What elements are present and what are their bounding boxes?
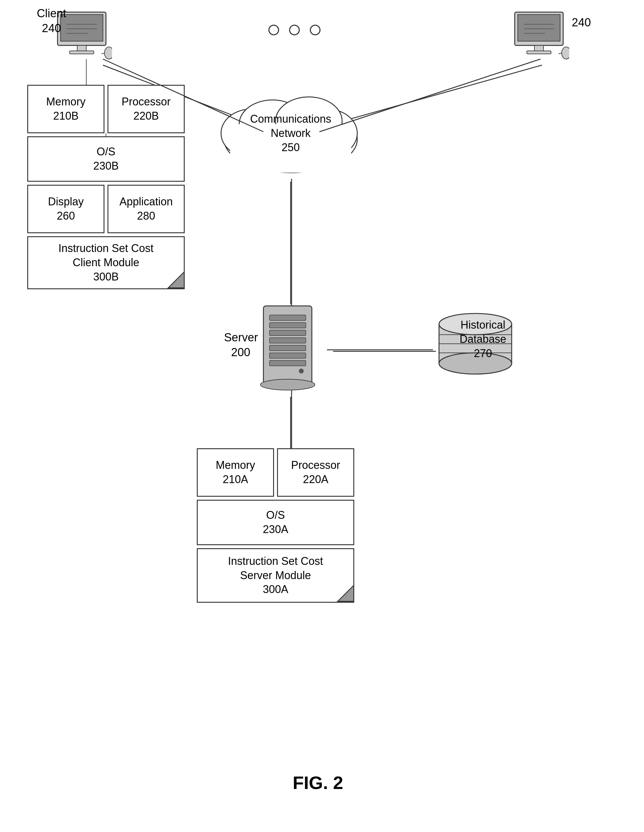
comms-network-label: CommunicationsNetwork250 (230, 112, 351, 154)
historical-db-label: Historical Database270 (436, 318, 530, 360)
svg-point-37 (260, 379, 315, 390)
application-box: Application280 (107, 185, 185, 233)
processor-b-box: Processor220B (107, 85, 185, 133)
svg-rect-35 (270, 353, 306, 358)
client-left-label: Client240 (27, 6, 76, 36)
svg-rect-32 (270, 330, 306, 336)
svg-rect-33 (270, 338, 306, 343)
svg-rect-17 (527, 51, 551, 54)
memory-b-box: Memory210B (27, 85, 104, 133)
client-right-label: 240 (566, 15, 596, 30)
svg-rect-8 (70, 51, 94, 54)
isc-client-module-box: Instruction Set CostClient Module300B (27, 236, 185, 289)
svg-rect-36 (270, 360, 306, 366)
display-box: Display260 (27, 185, 104, 233)
svg-rect-34 (270, 345, 306, 351)
svg-rect-31 (270, 323, 306, 328)
svg-rect-30 (270, 315, 306, 320)
svg-rect-15 (518, 14, 560, 41)
svg-point-38 (299, 369, 304, 373)
memory-a-box: Memory210A (197, 448, 274, 497)
os-a-box: O/S230A (197, 500, 354, 545)
server-tower-icon (254, 303, 327, 397)
client-right-computer-icon (509, 9, 569, 61)
diagram: Client240 240 ○○○ Memory210B Processor22… (0, 0, 644, 832)
server-label: Server200 (224, 330, 257, 360)
svg-line-10 (101, 53, 104, 54)
isc-server-module-box: Instruction Set CostServer Module300A (197, 548, 354, 603)
processor-a-box: Processor220A (277, 448, 354, 497)
svg-line-19 (559, 53, 562, 54)
dots: ○○○ (267, 15, 329, 43)
os-b-box: O/S230B (27, 136, 185, 182)
svg-point-9 (104, 47, 112, 59)
figure-label: FIG. 2 (242, 772, 394, 793)
svg-point-18 (562, 47, 569, 59)
